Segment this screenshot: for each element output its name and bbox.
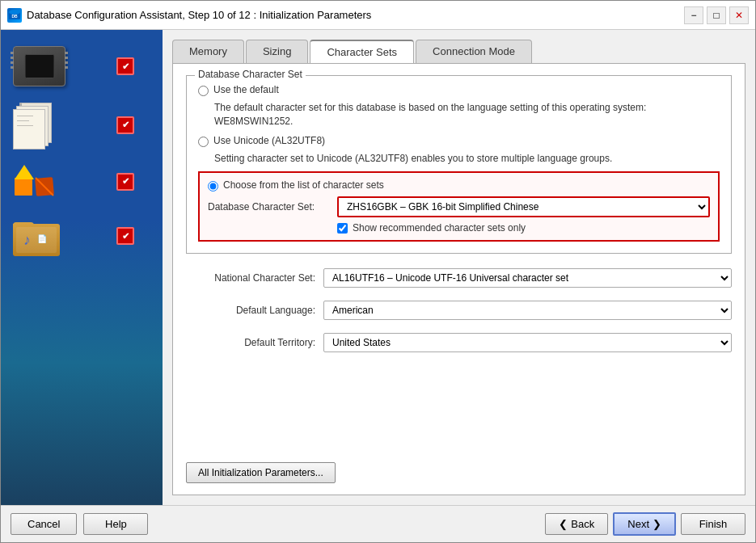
svg-marker-4 bbox=[15, 165, 34, 179]
all-init-params-button[interactable]: All Initialization Parameters... bbox=[186, 462, 336, 483]
choose-list-highlight: Choose from the list of character sets D… bbox=[198, 171, 720, 242]
show-recommended-label[interactable]: Show recommended character sets only bbox=[353, 222, 526, 234]
use-unicode-radio[interactable] bbox=[198, 137, 209, 147]
content-area: ✔ ——————————— ——————————— bbox=[1, 30, 755, 505]
tab-sizing[interactable]: Sizing bbox=[246, 40, 308, 63]
chip-icon bbox=[13, 46, 65, 86]
bottom-left-buttons: Cancel Help bbox=[11, 513, 148, 535]
main-panel: Memory Sizing Character Sets Connection … bbox=[163, 30, 755, 505]
cancel-button[interactable]: Cancel bbox=[11, 513, 77, 535]
sidebar-folder-group: ♪ 📄 ✔ bbox=[13, 216, 150, 256]
use-default-radio[interactable] bbox=[198, 86, 209, 96]
title-bar-controls: − □ ✕ bbox=[684, 6, 749, 24]
choose-list-option: Choose from the list of character sets bbox=[208, 179, 710, 192]
use-default-option: Use the default bbox=[198, 84, 720, 96]
sidebar-docs-group: ——————————— ——————————— ✔ bbox=[13, 103, 150, 147]
svg-rect-3 bbox=[15, 178, 32, 196]
sidebar-shapes-group: ✔ bbox=[13, 163, 150, 200]
choose-list-label[interactable]: Choose from the list of character sets bbox=[223, 179, 384, 191]
database-charset-group: Database Character Set Use the default T… bbox=[186, 75, 732, 254]
window-title: Database Configuration Assistant, Step 1… bbox=[27, 9, 371, 21]
charset-dropdown-row: Database Character Set: ZHS16GBK – GBK 1… bbox=[208, 196, 710, 217]
national-charset-label: National Character Set: bbox=[186, 272, 315, 284]
check-badge-1: ✔ bbox=[116, 57, 134, 75]
use-unicode-label[interactable]: Use Unicode (AL32UTF8) bbox=[213, 135, 325, 146]
main-window: DB Database Configuration Assistant, Ste… bbox=[0, 0, 756, 543]
folder-icon: ♪ 📄 bbox=[13, 216, 61, 256]
docs-icon: ——————————— ——————————— bbox=[13, 103, 53, 147]
sidebar: ✔ ——————————— ——————————— bbox=[1, 30, 163, 505]
next-chevron-icon: ❯ bbox=[653, 518, 661, 530]
minimize-button[interactable]: − bbox=[684, 6, 703, 24]
next-label: Next bbox=[627, 518, 649, 530]
check-badge-2: ✔ bbox=[116, 116, 134, 134]
use-unicode-option: Use Unicode (AL32UTF8) bbox=[198, 135, 720, 147]
show-recommended-checkbox[interactable] bbox=[337, 223, 348, 234]
default-territory-dropdown[interactable]: United States bbox=[323, 333, 732, 352]
maximize-button[interactable]: □ bbox=[707, 6, 726, 24]
charset-dropdown-label: Database Character Set: bbox=[208, 201, 329, 213]
use-default-description: The default character set for this datab… bbox=[214, 101, 720, 128]
bottom-right-buttons: ❮ Back Next ❯ Finish bbox=[545, 512, 745, 536]
default-language-label: Default Language: bbox=[186, 305, 315, 316]
close-button[interactable]: ✕ bbox=[729, 6, 749, 24]
check-badge-4: ✔ bbox=[116, 227, 134, 245]
bottom-bar: Cancel Help ❮ Back Next ❯ Finish bbox=[1, 505, 755, 542]
back-label: Back bbox=[571, 518, 594, 530]
national-charset-row: National Character Set: AL16UTF16 – Unic… bbox=[186, 268, 732, 288]
title-bar-left: DB Database Configuration Assistant, Ste… bbox=[7, 8, 371, 23]
svg-text:♪: ♪ bbox=[23, 232, 31, 248]
group-label: Database Character Set bbox=[195, 69, 306, 80]
svg-text:DB: DB bbox=[11, 14, 18, 19]
sidebar-content: ✔ ——————————— ——————————— bbox=[1, 30, 163, 505]
default-language-dropdown[interactable]: American bbox=[323, 301, 732, 320]
default-territory-label: Default Territory: bbox=[186, 337, 315, 348]
svg-text:📄: 📄 bbox=[37, 234, 48, 244]
finish-button[interactable]: Finish bbox=[681, 513, 745, 535]
panel-box: Database Character Set Use the default T… bbox=[172, 63, 745, 495]
back-button[interactable]: ❮ Back bbox=[545, 513, 608, 535]
help-button[interactable]: Help bbox=[83, 513, 148, 535]
back-chevron-icon: ❮ bbox=[559, 518, 568, 530]
choose-list-radio[interactable] bbox=[208, 181, 218, 192]
tab-memory[interactable]: Memory bbox=[172, 40, 244, 63]
title-bar: DB Database Configuration Assistant, Ste… bbox=[1, 1, 755, 30]
tab-character-sets[interactable]: Character Sets bbox=[310, 40, 414, 63]
sidebar-chip-group: ✔ bbox=[13, 46, 150, 86]
default-territory-row: Default Territory: United States bbox=[186, 333, 732, 352]
tab-connection-mode[interactable]: Connection Mode bbox=[416, 40, 532, 63]
shapes-icon bbox=[13, 163, 57, 200]
tabs-row: Memory Sizing Character Sets Connection … bbox=[172, 40, 745, 63]
national-charset-dropdown[interactable]: AL16UTF16 – Unicode UTF-16 Universal cha… bbox=[323, 268, 732, 288]
app-icon: DB bbox=[7, 8, 22, 23]
next-button[interactable]: Next ❯ bbox=[613, 512, 676, 536]
show-recommended-row: Show recommended character sets only bbox=[337, 222, 710, 234]
use-unicode-description: Setting character set to Unicode (AL32UT… bbox=[214, 152, 720, 166]
use-default-label[interactable]: Use the default bbox=[213, 84, 279, 95]
default-language-row: Default Language: American bbox=[186, 301, 732, 320]
charset-dropdown[interactable]: ZHS16GBK – GBK 16-bit Simplified Chinese bbox=[337, 196, 710, 217]
check-badge-3: ✔ bbox=[116, 173, 134, 191]
